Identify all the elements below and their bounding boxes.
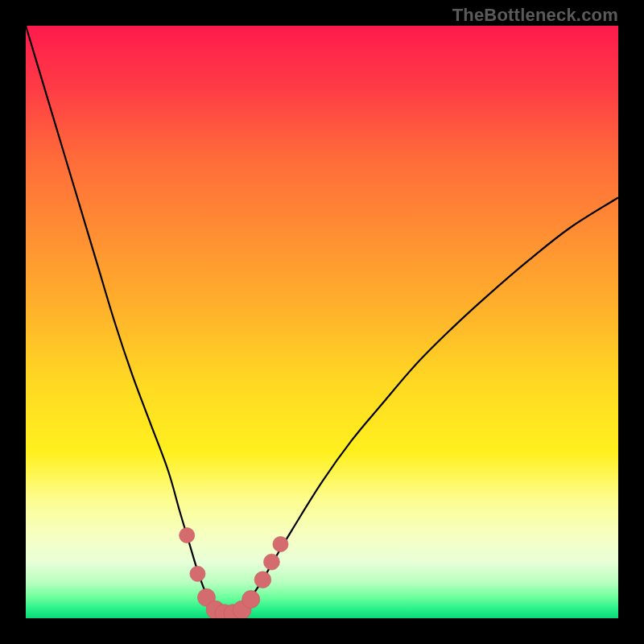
- watermark-label: TheBottleneck.com: [452, 5, 618, 26]
- chart-frame: TheBottleneck.com: [0, 0, 644, 644]
- plot-area: [26, 26, 618, 618]
- curve-marker: [242, 590, 260, 608]
- curve-marker: [254, 572, 271, 588]
- curve-marker: [190, 566, 205, 581]
- curve-marker: [264, 554, 280, 570]
- chart-svg: [26, 26, 618, 618]
- curve-marker: [273, 536, 288, 551]
- curve-marker: [180, 527, 195, 543]
